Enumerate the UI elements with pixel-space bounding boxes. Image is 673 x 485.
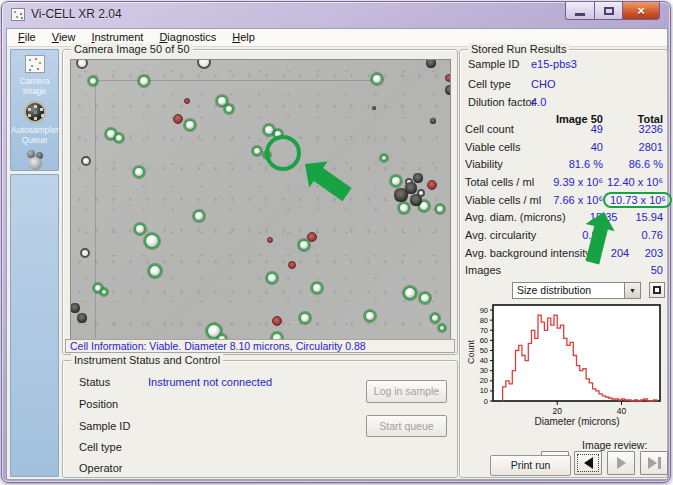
- cell: [371, 73, 383, 85]
- app-window: Vi-CELL XR 2.04 × FileViewInstrumentDiag…: [1, 1, 671, 483]
- last-image-button[interactable]: [640, 451, 668, 475]
- cell: [403, 286, 417, 300]
- print-run-button[interactable]: Print run: [490, 455, 571, 476]
- cell: [134, 223, 146, 235]
- cell: [148, 264, 162, 278]
- sidebar-item-camera-image[interactable]: Camera Image: [11, 55, 58, 96]
- start-queue-button[interactable]: Start queue: [366, 415, 447, 437]
- instrument-status-value: Instrument not connected: [148, 376, 272, 388]
- menu-file[interactable]: File: [10, 30, 44, 45]
- graph-type-value: Size distribution: [513, 283, 624, 298]
- client-area: FileViewInstrumentDiagnosticsHelp Camera…: [6, 28, 668, 480]
- cell: [380, 154, 388, 162]
- cell: [100, 288, 108, 296]
- cell-types-icon: [11, 150, 58, 172]
- results-group-label: Stored Run Results: [468, 43, 569, 55]
- cell: [144, 233, 160, 249]
- camera-image[interactable]: [70, 59, 451, 340]
- size-distribution-chart: 01020304050607080902040: [468, 303, 666, 415]
- menu-help[interactable]: Help: [224, 30, 263, 45]
- result-row-avg-circularity: Avg. circularity0.820.76: [465, 226, 663, 244]
- sidebar-item-autosampler-queue[interactable]: Autosampler Queue: [11, 101, 58, 145]
- chart-ylabel: Count: [466, 329, 476, 375]
- cell: [311, 282, 323, 294]
- cell: [77, 313, 87, 323]
- minimize-icon: [575, 13, 585, 16]
- cell: [438, 324, 446, 332]
- cell: [445, 74, 451, 82]
- cell: [307, 232, 317, 242]
- instrument-group-label: Instrument Status and Control: [71, 354, 223, 366]
- maximize-button[interactable]: [594, 2, 623, 20]
- prev-image-button[interactable]: [574, 451, 602, 475]
- instrument-sample-id-label: Sample ID: [79, 420, 130, 432]
- instrument-status-label: Status: [79, 376, 110, 388]
- cell: [263, 151, 271, 159]
- svg-text:90: 90: [480, 306, 488, 315]
- popout-icon: [653, 286, 661, 294]
- cell-information-bar: Cell Information: Viable. Diameter 8.10 …: [65, 339, 455, 353]
- cell: [273, 129, 283, 139]
- results-rows: Cell count493236Viable cells402801Viabil…: [465, 120, 663, 279]
- cell: [390, 175, 402, 187]
- cell: [76, 59, 88, 69]
- maximize-icon: [604, 7, 614, 15]
- result-row-viable-cells: Viable cells402801: [465, 138, 663, 156]
- svg-text:70: 70: [480, 326, 488, 335]
- svg-text:40: 40: [617, 406, 627, 415]
- graph-type-select[interactable]: Size distribution ▼: [512, 282, 641, 299]
- result-row-viable-cells-ml: Viable cells / ml7.66 x 10⁶10.73 x 10⁶: [465, 191, 663, 209]
- minimize-button[interactable]: [565, 2, 594, 20]
- cell: [81, 156, 91, 166]
- app-icon: [11, 8, 25, 21]
- cell-type-label: Cell type: [468, 78, 511, 90]
- instrument-cell-type-label: Cell type: [79, 441, 122, 453]
- chevron-down-icon[interactable]: ▼: [624, 283, 640, 298]
- chart-xlabel: Diameter (microns): [496, 416, 658, 427]
- popout-chart-button[interactable]: [649, 282, 665, 298]
- screen: Vi-CELL XR 2.04 × FileViewInstrumentDiag…: [0, 0, 673, 485]
- svg-text:0: 0: [484, 397, 488, 406]
- window-title: Vi-CELL XR 2.04: [31, 7, 122, 21]
- sample-id-row: Sample ID e15-pbs3: [468, 58, 519, 70]
- svg-text:40: 40: [480, 356, 488, 365]
- svg-text:20: 20: [552, 406, 562, 415]
- image-review-label: Image review:: [582, 439, 647, 451]
- cell-type-value: CHO: [531, 78, 555, 90]
- window-controls: ×: [565, 2, 660, 20]
- dilution-factor-row: Dilution factor 4.0: [468, 96, 535, 108]
- cell: [427, 180, 437, 190]
- cell: [419, 292, 431, 304]
- result-row-viability: Viability81.6 %86.6 %: [465, 155, 663, 173]
- cell: [426, 59, 436, 68]
- cell-type-row: Cell type CHO: [468, 78, 511, 90]
- svg-text:30: 30: [480, 366, 488, 375]
- result-row-images: Images50: [465, 262, 663, 280]
- close-button[interactable]: ×: [623, 2, 660, 20]
- cell: [173, 114, 183, 124]
- cell: [114, 133, 124, 143]
- result-row-avg-diam-microns-: Avg. diam. (microns)15.3515.94: [465, 208, 663, 226]
- close-icon: ×: [637, 3, 645, 19]
- cuvette-edge-line: [95, 80, 379, 338]
- cell: [413, 173, 423, 183]
- cell: [184, 98, 190, 104]
- cell: [70, 303, 80, 313]
- sidebar-lower-panel: [10, 174, 59, 477]
- cell: [133, 166, 145, 178]
- sample-id-value: e15-pbs3: [531, 58, 577, 70]
- cell: [372, 106, 376, 110]
- cell: [80, 248, 90, 258]
- cell: [193, 210, 205, 222]
- camera-image-group: Camera Image 50 of 50 Cell Information: …: [62, 49, 458, 355]
- cell: [197, 59, 211, 69]
- next-image-button[interactable]: [607, 451, 635, 475]
- cell: [398, 202, 410, 214]
- svg-text:20: 20: [480, 376, 488, 385]
- log-in-sample-button[interactable]: Log in sample: [366, 380, 447, 403]
- instrument-position-label: Position: [79, 398, 118, 410]
- cell: [430, 313, 440, 323]
- cell: [410, 194, 422, 206]
- cell: [266, 272, 278, 284]
- cell: [405, 182, 417, 194]
